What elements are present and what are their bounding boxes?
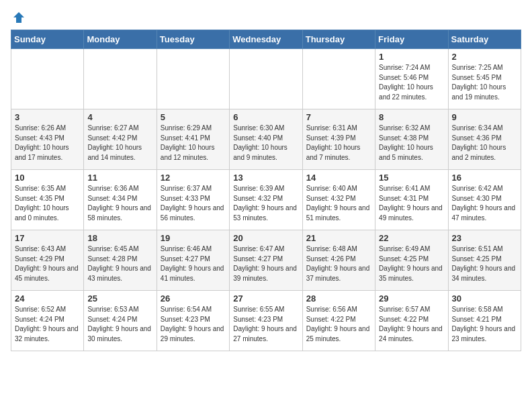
day-info: Sunrise: 6:55 AM Sunset: 4:23 PM Dayligh… bbox=[233, 305, 298, 344]
calendar-cell: 26Sunrise: 6:54 AM Sunset: 4:23 PM Dayli… bbox=[157, 291, 229, 351]
day-info: Sunrise: 6:45 AM Sunset: 4:28 PM Dayligh… bbox=[87, 244, 152, 283]
day-number: 8 bbox=[379, 112, 444, 122]
calendar-cell: 20Sunrise: 6:47 AM Sunset: 4:27 PM Dayli… bbox=[230, 230, 302, 291]
day-info: Sunrise: 6:57 AM Sunset: 4:22 PM Dayligh… bbox=[379, 305, 444, 344]
day-number: 12 bbox=[161, 173, 226, 183]
calendar-cell: 27Sunrise: 6:55 AM Sunset: 4:23 PM Dayli… bbox=[230, 291, 302, 351]
day-info: Sunrise: 6:36 AM Sunset: 4:34 PM Dayligh… bbox=[87, 184, 152, 223]
day-info: Sunrise: 6:27 AM Sunset: 4:42 PM Dayligh… bbox=[87, 124, 152, 163]
day-number: 30 bbox=[452, 293, 517, 304]
day-number: 25 bbox=[87, 293, 152, 304]
calendar-cell: 8Sunrise: 6:32 AM Sunset: 4:38 PM Daylig… bbox=[375, 109, 448, 170]
day-info: Sunrise: 6:34 AM Sunset: 4:36 PM Dayligh… bbox=[452, 124, 517, 163]
day-info: Sunrise: 7:25 AM Sunset: 5:45 PM Dayligh… bbox=[452, 63, 517, 102]
calendar-week-row: 1Sunrise: 7:24 AM Sunset: 5:46 PM Daylig… bbox=[11, 49, 521, 109]
day-number: 1 bbox=[379, 52, 444, 62]
day-info: Sunrise: 6:29 AM Sunset: 4:41 PM Dayligh… bbox=[161, 124, 226, 163]
day-info: Sunrise: 6:32 AM Sunset: 4:38 PM Dayligh… bbox=[379, 124, 444, 163]
day-info: Sunrise: 6:46 AM Sunset: 4:27 PM Dayligh… bbox=[161, 244, 226, 283]
day-number: 3 bbox=[15, 112, 80, 122]
day-of-week-header: Wednesday bbox=[230, 30, 302, 49]
day-info: Sunrise: 6:30 AM Sunset: 4:40 PM Dayligh… bbox=[233, 124, 298, 163]
calendar-week-row: 10Sunrise: 6:35 AM Sunset: 4:35 PM Dayli… bbox=[11, 170, 521, 230]
calendar-cell: 17Sunrise: 6:43 AM Sunset: 4:29 PM Dayli… bbox=[11, 230, 84, 291]
calendar-cell bbox=[230, 49, 302, 109]
day-number: 13 bbox=[233, 173, 298, 183]
day-info: Sunrise: 6:37 AM Sunset: 4:33 PM Dayligh… bbox=[161, 184, 226, 223]
day-of-week-header: Thursday bbox=[302, 30, 375, 49]
day-info: Sunrise: 6:52 AM Sunset: 4:24 PM Dayligh… bbox=[15, 305, 80, 344]
calendar-cell: 7Sunrise: 6:31 AM Sunset: 4:39 PM Daylig… bbox=[302, 109, 375, 170]
calendar-header-row: SundayMondayTuesdayWednesdayThursdayFrid… bbox=[11, 30, 521, 49]
day-info: Sunrise: 6:49 AM Sunset: 4:25 PM Dayligh… bbox=[379, 244, 444, 283]
calendar-cell: 29Sunrise: 6:57 AM Sunset: 4:22 PM Dayli… bbox=[375, 291, 448, 351]
calendar-cell: 30Sunrise: 6:58 AM Sunset: 4:21 PM Dayli… bbox=[448, 291, 521, 351]
day-number: 22 bbox=[379, 233, 444, 243]
calendar-cell: 14Sunrise: 6:40 AM Sunset: 4:32 PM Dayli… bbox=[302, 170, 375, 230]
day-number: 2 bbox=[452, 52, 517, 62]
day-number: 24 bbox=[15, 293, 80, 304]
calendar-cell: 9Sunrise: 6:34 AM Sunset: 4:36 PM Daylig… bbox=[448, 109, 521, 170]
day-of-week-header: Saturday bbox=[448, 30, 521, 49]
calendar-cell: 18Sunrise: 6:45 AM Sunset: 4:28 PM Dayli… bbox=[84, 230, 157, 291]
day-info: Sunrise: 7:24 AM Sunset: 5:46 PM Dayligh… bbox=[379, 63, 444, 102]
day-number: 21 bbox=[306, 233, 371, 243]
day-number: 9 bbox=[452, 112, 517, 122]
day-number: 29 bbox=[379, 293, 444, 304]
calendar-cell: 21Sunrise: 6:48 AM Sunset: 4:26 PM Dayli… bbox=[302, 230, 375, 291]
day-of-week-header: Monday bbox=[84, 30, 157, 49]
calendar-cell: 11Sunrise: 6:36 AM Sunset: 4:34 PM Dayli… bbox=[84, 170, 157, 230]
day-info: Sunrise: 6:35 AM Sunset: 4:35 PM Dayligh… bbox=[15, 184, 80, 223]
day-number: 26 bbox=[161, 293, 226, 304]
calendar-cell: 5Sunrise: 6:29 AM Sunset: 4:41 PM Daylig… bbox=[157, 109, 229, 170]
day-number: 27 bbox=[233, 293, 298, 304]
day-number: 7 bbox=[306, 112, 371, 122]
day-info: Sunrise: 6:43 AM Sunset: 4:29 PM Dayligh… bbox=[15, 244, 80, 283]
calendar-cell: 24Sunrise: 6:52 AM Sunset: 4:24 PM Dayli… bbox=[11, 291, 84, 351]
day-number: 5 bbox=[161, 112, 226, 122]
day-number: 17 bbox=[15, 233, 80, 243]
day-number: 14 bbox=[306, 173, 371, 183]
day-info: Sunrise: 6:48 AM Sunset: 4:26 PM Dayligh… bbox=[306, 244, 371, 283]
calendar-cell bbox=[11, 49, 84, 109]
calendar-cell: 15Sunrise: 6:41 AM Sunset: 4:31 PM Dayli… bbox=[375, 170, 448, 230]
calendar-cell: 28Sunrise: 6:56 AM Sunset: 4:22 PM Dayli… bbox=[302, 291, 375, 351]
day-info: Sunrise: 6:42 AM Sunset: 4:30 PM Dayligh… bbox=[452, 184, 517, 223]
day-number: 23 bbox=[452, 233, 517, 243]
day-number: 10 bbox=[15, 173, 80, 183]
logo bbox=[11, 11, 26, 21]
day-number: 16 bbox=[452, 173, 517, 183]
calendar-cell bbox=[302, 49, 375, 109]
day-number: 28 bbox=[306, 293, 371, 304]
calendar-cell bbox=[84, 49, 157, 109]
calendar-cell: 13Sunrise: 6:39 AM Sunset: 4:32 PM Dayli… bbox=[230, 170, 302, 230]
day-of-week-header: Friday bbox=[375, 30, 448, 49]
day-info: Sunrise: 6:41 AM Sunset: 4:31 PM Dayligh… bbox=[379, 184, 444, 223]
day-info: Sunrise: 6:51 AM Sunset: 4:25 PM Dayligh… bbox=[452, 244, 517, 283]
svg-marker-0 bbox=[13, 12, 24, 23]
calendar-cell: 3Sunrise: 6:26 AM Sunset: 4:43 PM Daylig… bbox=[11, 109, 84, 170]
logo-icon bbox=[12, 11, 26, 24]
calendar-cell: 25Sunrise: 6:53 AM Sunset: 4:24 PM Dayli… bbox=[84, 291, 157, 351]
calendar-cell: 1Sunrise: 7:24 AM Sunset: 5:46 PM Daylig… bbox=[375, 49, 448, 109]
calendar-cell: 2Sunrise: 7:25 AM Sunset: 5:45 PM Daylig… bbox=[448, 49, 521, 109]
calendar-cell: 22Sunrise: 6:49 AM Sunset: 4:25 PM Dayli… bbox=[375, 230, 448, 291]
day-number: 15 bbox=[379, 173, 444, 183]
calendar-cell: 23Sunrise: 6:51 AM Sunset: 4:25 PM Dayli… bbox=[448, 230, 521, 291]
calendar-cell: 16Sunrise: 6:42 AM Sunset: 4:30 PM Dayli… bbox=[448, 170, 521, 230]
calendar-cell: 19Sunrise: 6:46 AM Sunset: 4:27 PM Dayli… bbox=[157, 230, 229, 291]
calendar-cell: 10Sunrise: 6:35 AM Sunset: 4:35 PM Dayli… bbox=[11, 170, 84, 230]
calendar: SundayMondayTuesdayWednesdayThursdayFrid… bbox=[11, 30, 521, 351]
day-info: Sunrise: 6:47 AM Sunset: 4:27 PM Dayligh… bbox=[233, 244, 298, 283]
day-number: 19 bbox=[161, 233, 226, 243]
calendar-cell: 4Sunrise: 6:27 AM Sunset: 4:42 PM Daylig… bbox=[84, 109, 157, 170]
header bbox=[11, 11, 521, 21]
day-info: Sunrise: 6:56 AM Sunset: 4:22 PM Dayligh… bbox=[306, 305, 371, 344]
day-info: Sunrise: 6:54 AM Sunset: 4:23 PM Dayligh… bbox=[161, 305, 226, 344]
day-info: Sunrise: 6:26 AM Sunset: 4:43 PM Dayligh… bbox=[15, 124, 80, 163]
day-of-week-header: Sunday bbox=[11, 30, 84, 49]
day-of-week-header: Tuesday bbox=[157, 30, 229, 49]
day-info: Sunrise: 6:40 AM Sunset: 4:32 PM Dayligh… bbox=[306, 184, 371, 223]
calendar-cell bbox=[157, 49, 229, 109]
calendar-week-row: 17Sunrise: 6:43 AM Sunset: 4:29 PM Dayli… bbox=[11, 230, 521, 291]
